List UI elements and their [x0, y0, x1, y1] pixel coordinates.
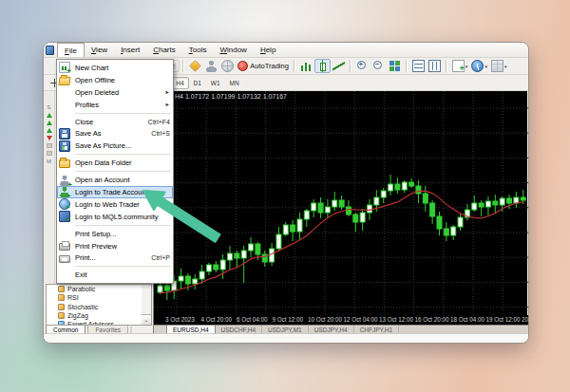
mt4-window: FileViewInsertChartsToolsWindowHelp New …	[43, 42, 529, 344]
symbol-down-icon	[47, 136, 52, 140]
navigator-label-fragment: M	[47, 159, 51, 164]
market-watch-button[interactable]	[187, 59, 203, 73]
dropdown-caret-icon: ▾	[484, 64, 487, 69]
chart-window[interactable]: H4 1.07172 1.07199 1.07132 1.07167 3 Oct…	[153, 91, 527, 335]
menu-item-label: Save As	[75, 129, 102, 138]
arrange-cascade-button[interactable]	[427, 59, 443, 73]
templates-icon	[491, 60, 504, 72]
templates-button[interactable]: ▾	[489, 59, 509, 73]
tree-item-rsi[interactable]: RSI	[47, 293, 151, 302]
menu-view[interactable]: View	[85, 43, 114, 57]
bar-chart-button[interactable]	[298, 59, 314, 73]
menu-charts[interactable]: Charts	[146, 43, 182, 57]
market-watch-sliver: S M	[44, 91, 55, 287]
timeframe-w1[interactable]: W1	[206, 77, 225, 89]
candlestick-icon	[316, 60, 329, 72]
menu-item-label: Print Setup...	[75, 230, 116, 238]
menu-window[interactable]: Window	[213, 43, 253, 57]
menu-item-exit[interactable]: Exit	[57, 269, 173, 281]
menubar: FileViewInsertChartsToolsWindowHelp	[44, 43, 528, 58]
login-trade-icon	[59, 186, 70, 197]
scroll-down-icon[interactable]: ⌄	[142, 314, 151, 325]
line-chart-icon	[332, 60, 345, 72]
status-bar	[44, 333, 528, 343]
submenu-arrow-icon: ►	[165, 102, 170, 107]
navigator-scrollbar[interactable]: ⌄	[142, 284, 152, 326]
x-axis-label: 19 Oct 12:00	[486, 316, 521, 323]
menu-item-open-offline[interactable]: Open Offline	[57, 74, 173, 86]
toolbar-separator	[182, 60, 184, 72]
toolbar-separator	[446, 60, 447, 72]
tree-item-label: Stochastic	[67, 304, 98, 310]
menu-file[interactable]: File	[57, 43, 85, 57]
account-add-icon	[59, 175, 70, 186]
timeframe-d1[interactable]: D1	[189, 77, 206, 89]
menu-item-save-as-picture[interactable]: Save As Picture...	[57, 140, 173, 152]
file-menu-dropdown: New ChartOpen OfflineOpen Deleted►Profil…	[56, 59, 174, 284]
indicator-icon	[58, 294, 65, 301]
menu-separator	[75, 113, 171, 114]
line-chart-button[interactable]	[331, 59, 347, 73]
menu-item-print-setup[interactable]: Print Setup...	[57, 228, 173, 240]
zoom-out-icon	[372, 60, 385, 72]
x-axis-label: 12 Oct 04:00	[344, 316, 378, 323]
data-window-button[interactable]	[203, 59, 219, 73]
menu-item-login-to-trade-account[interactable]: Login to Trade Account	[57, 186, 173, 198]
x-axis-label: 13 Oct 12:00	[379, 316, 413, 323]
printer-icon	[59, 255, 70, 263]
zoom-out-button[interactable]	[370, 59, 387, 73]
menu-item-label: Login to Trade Account	[75, 188, 148, 196]
menu-separator	[75, 266, 171, 267]
menu-item-new-chart[interactable]: New Chart	[57, 62, 173, 74]
menu-item-open-an-account[interactable]: Open an Account	[57, 174, 173, 186]
menu-item-label: Save As Picture...	[75, 141, 131, 150]
menu-item-open-deleted[interactable]: Open Deleted►	[57, 86, 173, 99]
timeframe-mn[interactable]: MN	[225, 77, 244, 89]
tree-item-stochastic[interactable]: Stochastic	[47, 303, 151, 311]
symbol-flat-icon	[47, 151, 52, 156]
timeframe-clock-button[interactable]: ▾	[469, 59, 489, 73]
menu-item-label: Print Preview	[75, 242, 117, 251]
floppy-icon	[59, 128, 70, 140]
market-watch-icon	[189, 60, 201, 72]
menu-item-login-to-mql5-community[interactable]: Login to MQL5.community	[57, 211, 173, 223]
menu-item-print[interactable]: Print...Ctrl+P	[57, 252, 173, 264]
add-indicator-icon	[452, 60, 465, 72]
bar-chart-icon	[300, 60, 313, 72]
menu-item-print-preview[interactable]: Print Preview	[57, 240, 173, 252]
menu-item-login-to-web-trader[interactable]: Login to Web Trader	[57, 198, 173, 211]
arrange-tile-button[interactable]	[410, 59, 427, 73]
menu-item-save-as[interactable]: Save AsCtrl+S	[57, 127, 173, 140]
menu-item-label: Open Deleted	[75, 88, 119, 97]
tree-item-parabolic[interactable]: Parabolic	[47, 285, 151, 293]
autotrading-button[interactable]: AutoTrading	[236, 59, 291, 73]
x-axis-label: 6 Oct 04:00	[237, 316, 268, 323]
menu-help[interactable]: Help	[254, 43, 282, 57]
tile-windows-button[interactable]	[387, 59, 403, 73]
zoom-in-icon	[356, 60, 369, 72]
toolbar-separator	[294, 60, 295, 72]
indicator-icon	[58, 286, 65, 292]
menu-item-label: Open Data Folder	[75, 159, 132, 167]
menu-item-label: Exit	[75, 271, 87, 279]
x-axis-label: 9 Oct 12:00	[273, 316, 304, 323]
menu-item-close[interactable]: CloseCtrl+F4	[57, 116, 173, 128]
candlestick-button[interactable]	[314, 59, 331, 73]
menu-item-profiles[interactable]: Profiles►	[57, 99, 173, 111]
timeframe-clock-icon	[471, 60, 484, 72]
web-terminal-button[interactable]	[219, 59, 236, 73]
x-axis: 3 Oct 20234 Oct 20:006 Oct 04:009 Oct 12…	[154, 315, 528, 325]
menu-tools[interactable]: Tools	[182, 43, 214, 57]
tree-item-label: ZigZag	[67, 312, 88, 319]
zoom-in-button[interactable]	[354, 59, 370, 73]
symbol-up-icon	[47, 128, 52, 133]
autotrading-icon	[238, 61, 248, 71]
menu-insert[interactable]: Insert	[114, 43, 146, 57]
web-terminal-icon	[221, 60, 234, 72]
tree-item-zigzag[interactable]: ZigZag	[47, 311, 151, 320]
menu-item-label: Print...	[75, 253, 96, 262]
symbol-up-icon	[47, 121, 52, 125]
menu-item-open-data-folder[interactable]: Open Data Folder	[57, 157, 173, 169]
x-axis-label: 4 Oct 20:00	[201, 316, 233, 323]
add-indicator-button[interactable]: ▾	[450, 59, 470, 73]
